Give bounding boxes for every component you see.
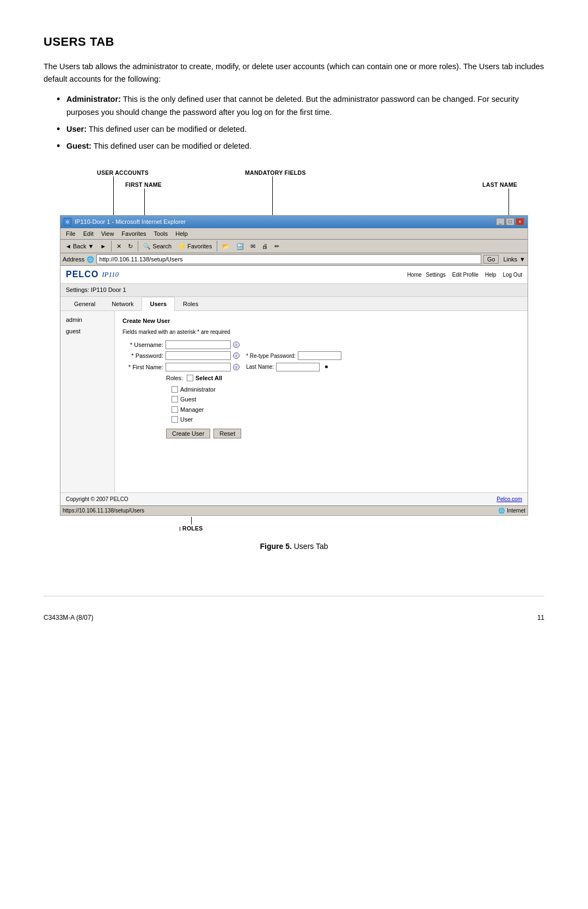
role-item-administrator: Administrator bbox=[171, 385, 520, 394]
ie-links-icon: ▼ bbox=[519, 255, 525, 264]
pelco-tab-roles[interactable]: Roles bbox=[175, 297, 206, 312]
ie-status-url: https://10.106.11.138/setup/Users bbox=[63, 507, 144, 515]
ie-go-btn[interactable]: Go bbox=[483, 255, 499, 264]
name-row: * First Name: i Last Name: bbox=[122, 363, 520, 372]
ie-minimize-btn[interactable]: _ bbox=[496, 218, 505, 225]
ie-toolbar-sep2 bbox=[138, 241, 138, 252]
ie-print-btn[interactable]: 🖨 bbox=[259, 242, 271, 251]
admin-checkbox[interactable] bbox=[171, 386, 178, 393]
pelco-home-link[interactable]: Home bbox=[407, 271, 422, 279]
pelco-copyright: Copyright © 2007 PELCO bbox=[66, 495, 128, 503]
ie-forward-btn[interactable]: ► bbox=[97, 242, 109, 251]
ann-last-name: LAST NAME bbox=[482, 181, 517, 190]
pelco-edit-profile-link[interactable]: Edit Profile bbox=[452, 271, 478, 279]
lastname-pointer-dot bbox=[325, 365, 328, 368]
ie-history-btn[interactable]: 🔙 bbox=[234, 242, 247, 251]
password-label: * Password: bbox=[122, 351, 163, 361]
roles-label: Roles: bbox=[166, 374, 185, 383]
ie-menu-help[interactable]: Help bbox=[172, 229, 191, 239]
create-user-btn[interactable]: Create User bbox=[166, 429, 210, 438]
ann-user-accounts-vline bbox=[113, 176, 114, 216]
password-input[interactable] bbox=[166, 351, 231, 360]
figure-label: Figure 5. bbox=[260, 542, 291, 551]
ie-icon: e bbox=[64, 218, 71, 225]
ie-titlebar: e IP110-Door 1 - Microsoft Internet Expl… bbox=[60, 216, 528, 228]
ie-maximize-btn[interactable]: □ bbox=[506, 218, 514, 225]
ie-media-btn[interactable]: 📂 bbox=[219, 242, 232, 251]
pelco-help-link[interactable]: Help bbox=[485, 271, 497, 279]
ie-menu-edit[interactable]: Edit bbox=[80, 229, 97, 239]
user-checkbox[interactable] bbox=[171, 416, 178, 423]
form-title: Create New User bbox=[122, 316, 520, 326]
diagram-container: USER ACCOUNTS FIRST NAME MANDATORY FIELD… bbox=[60, 169, 528, 533]
ann-first-name-vline bbox=[144, 188, 145, 216]
role-item-guest: Guest bbox=[171, 395, 520, 404]
bullet-list: Administrator: This is the only defined … bbox=[57, 93, 544, 152]
ie-favorites-btn[interactable]: ⭐ Favorites bbox=[175, 242, 215, 251]
sidebar-item-guest[interactable]: guest bbox=[64, 326, 111, 337]
manager-checkbox[interactable] bbox=[171, 406, 178, 413]
browser-screenshot: e IP110-Door 1 - Microsoft Internet Expl… bbox=[60, 215, 528, 516]
ie-close-btn[interactable]: × bbox=[516, 218, 524, 225]
ie-search-btn[interactable]: 🔍 Search bbox=[140, 242, 174, 251]
ie-toolbar-sep1 bbox=[111, 241, 112, 252]
ie-edit-btn[interactable]: ✏ bbox=[272, 242, 282, 251]
ie-mail-btn[interactable]: ✉ bbox=[248, 242, 258, 251]
pelco-sidebar: admin guest bbox=[60, 311, 115, 492]
ie-menu-file[interactable]: File bbox=[63, 229, 79, 239]
lastname-input[interactable] bbox=[276, 363, 320, 371]
username-row: * Username: i bbox=[122, 340, 520, 350]
ie-title: IP110-Door 1 - Microsoft Internet Explor… bbox=[75, 217, 186, 227]
pelco-tab-general[interactable]: General bbox=[66, 297, 103, 312]
pelco-body: admin guest Create New User Fields marke… bbox=[60, 311, 528, 492]
ie-toolbar-sep3 bbox=[217, 241, 217, 252]
ie-refresh-btn[interactable]: ↻ bbox=[125, 242, 136, 251]
admin-role-label: Administrator bbox=[180, 385, 216, 394]
manager-role-label: Manager bbox=[180, 405, 204, 414]
ann-user-accounts: USER ACCOUNTS bbox=[97, 169, 149, 178]
retype-password-input[interactable] bbox=[298, 351, 341, 360]
username-input[interactable] bbox=[166, 340, 231, 349]
ann-mandatory-fields: MANDATORY FIELDS bbox=[245, 169, 306, 178]
pelco-tab-network[interactable]: Network bbox=[103, 297, 142, 312]
password-info-icon: i bbox=[233, 352, 240, 359]
pelco-header-right: Settings Edit Profile Help Log Out bbox=[426, 271, 522, 279]
ie-stop-btn[interactable]: ✕ bbox=[114, 242, 124, 251]
reset-btn[interactable]: Reset bbox=[213, 429, 241, 438]
ann-mandatory-fields-vline bbox=[272, 176, 273, 216]
guest-checkbox[interactable] bbox=[171, 396, 178, 402]
pelco-subheader-text: Settings: IP110 Door 1 bbox=[66, 286, 126, 293]
ann-last-name-vline bbox=[509, 188, 509, 216]
retype-label: * Re-type Password: bbox=[246, 352, 296, 360]
ie-addressbar: Address 🌐 Go Links ▼ bbox=[60, 253, 528, 266]
pelco-tab-users[interactable]: Users bbox=[142, 297, 175, 312]
pelco-website[interactable]: Pelco.com bbox=[497, 495, 522, 503]
ie-toolbar: ◄ Back ▼ ► ✕ ↻ 🔍 Search ⭐ Favorites 📂 🔙 … bbox=[60, 240, 528, 253]
ie-menu-favorites[interactable]: Favorites bbox=[118, 229, 149, 239]
figure-text: Users Tab bbox=[294, 542, 328, 551]
pelco-model: IP110 bbox=[102, 269, 119, 280]
pelco-page: PELCO IP110 Home Settings Edit Profile H… bbox=[60, 266, 528, 505]
select-all-checkbox[interactable] bbox=[187, 375, 193, 381]
ie-links-label: Links bbox=[503, 255, 517, 264]
guest-role-label: Guest bbox=[180, 395, 196, 404]
pelco-settings-link[interactable]: Settings bbox=[426, 271, 445, 279]
diagram-wrapper: USER ACCOUNTS FIRST NAME MANDATORY FIELD… bbox=[60, 169, 528, 533]
sidebar-item-admin[interactable]: admin bbox=[64, 314, 111, 326]
user-role-label: User bbox=[180, 415, 193, 424]
footer-page-number: 11 bbox=[537, 613, 544, 623]
ie-menu-view[interactable]: View bbox=[98, 229, 118, 239]
pelco-logout-link[interactable]: Log Out bbox=[503, 271, 522, 279]
ie-titlebar-buttons[interactable]: _ □ × bbox=[496, 218, 524, 225]
select-all-label: Select All bbox=[195, 374, 222, 383]
ie-zone-label: Internet bbox=[507, 507, 525, 515]
firstname-input[interactable] bbox=[166, 363, 231, 371]
ie-address-input[interactable] bbox=[96, 254, 481, 264]
figure-caption: Figure 5. Users Tab bbox=[44, 541, 544, 552]
ie-address-icon: 🌐 bbox=[87, 255, 94, 264]
ie-menu-tools[interactable]: Tools bbox=[151, 229, 171, 239]
intro-paragraph: The Users tab allows the administrator t… bbox=[44, 60, 544, 86]
ie-back-btn[interactable]: ◄ Back ▼ bbox=[63, 242, 96, 251]
required-note: Fields marked with an asterisk * are req… bbox=[122, 328, 520, 336]
bullet-user: User: This defined user can be modified … bbox=[57, 123, 544, 136]
